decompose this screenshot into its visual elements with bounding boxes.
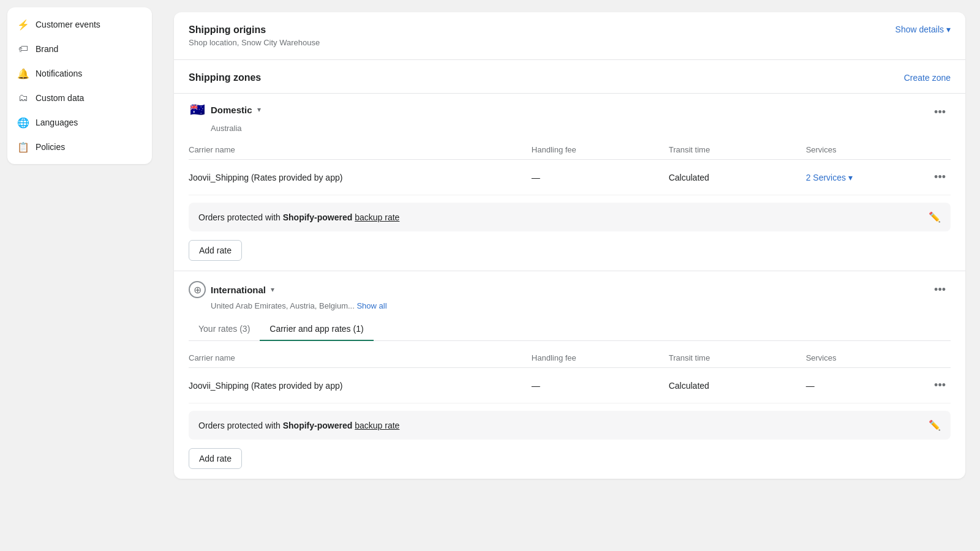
- zone-subtitle-international: United Arab Emirates, Austria, Belgium..…: [211, 301, 951, 310]
- handling-fee-cell: —: [532, 160, 669, 195]
- zone-title-row-domestic: 🇦🇺 Domestic ▾ •••: [189, 103, 951, 121]
- services-dropdown-link[interactable]: 2 Services ▾: [806, 173, 913, 182]
- languages-icon: 🌐: [17, 116, 29, 129]
- services-cell: —: [806, 368, 913, 403]
- table-header-row: Carrier name Handling fee Transit time S…: [189, 348, 951, 368]
- col-header-transit-time: Transit time: [669, 348, 806, 368]
- sidebar-label-languages: Languages: [36, 118, 78, 127]
- sidebar-label-notifications: Notifications: [36, 69, 82, 78]
- main-content: Shipping origins Shop location, Snow Cit…: [159, 0, 980, 551]
- zone-section-international: ⊕ International ▾ ••• United Arab Emirat…: [174, 271, 965, 479]
- globe-icon: ⊕: [189, 281, 206, 298]
- backup-edit-icon-international[interactable]: ✏️: [929, 419, 941, 431]
- sidebar-item-languages[interactable]: 🌐 Languages: [7, 110, 152, 135]
- policies-icon: 📋: [17, 141, 29, 153]
- sidebar-label-brand: Brand: [36, 44, 58, 54]
- backup-rate-link-international[interactable]: backup rate: [355, 421, 399, 430]
- col-header-actions: [913, 348, 951, 368]
- sidebar-item-custom-data[interactable]: 🗂 Custom data: [7, 86, 152, 110]
- origins-title: Shipping origins: [189, 24, 320, 36]
- backup-notice-international: Orders protected with Shopify-powered ba…: [189, 411, 951, 440]
- zone-more-button-domestic[interactable]: •••: [929, 103, 951, 121]
- zone-title-row-international: ⊕ International ▾ •••: [189, 281, 951, 299]
- carrier-name-cell: Joovii_Shipping (Rates provided by app): [189, 368, 532, 403]
- col-header-handling-fee: Handling fee: [532, 140, 669, 160]
- sidebar-label-customer-events: Customer events: [36, 20, 100, 29]
- zone-name-area-international: ⊕ International ▾: [189, 281, 274, 298]
- rate-more-button-0-0[interactable]: •••: [929, 168, 951, 186]
- backup-edit-icon-domestic[interactable]: ✏️: [929, 211, 941, 223]
- sidebar-label-policies: Policies: [36, 142, 65, 152]
- show-details-button[interactable]: Show details ▾: [895, 24, 951, 34]
- col-header-services: Services: [806, 140, 913, 160]
- sidebar-item-notifications[interactable]: 🔔 Notifications: [7, 61, 152, 86]
- notifications-icon: 🔔: [17, 67, 29, 80]
- tab-carrier-app-rates[interactable]: Carrier and app rates (1): [260, 318, 373, 341]
- sidebar-item-brand[interactable]: 🏷 Brand: [7, 37, 152, 61]
- zone-section-domestic: 🇦🇺 Domestic ▾ ••• Australia Carrier name…: [174, 93, 965, 271]
- brand-icon: 🏷: [17, 43, 29, 55]
- rate-table-international: Carrier name Handling fee Transit time S…: [189, 348, 951, 403]
- zone-chevron-icon-domestic: ▾: [257, 105, 261, 114]
- services-value: —: [806, 381, 815, 391]
- zones-title: Shipping zones: [189, 72, 261, 83]
- rate-row-0-0: Joovii_Shipping (Rates provided by app) …: [189, 160, 951, 195]
- rate-actions-cell: •••: [913, 368, 951, 403]
- origins-subtitle: Shop location, Snow City Warehouse: [189, 38, 320, 47]
- col-header-services: Services: [806, 348, 913, 368]
- col-header-actions: [913, 140, 951, 160]
- col-header-transit-time: Transit time: [669, 140, 806, 160]
- rate-row-1-0: Joovii_Shipping (Rates provided by app) …: [189, 368, 951, 403]
- transit-time-cell: Calculated: [669, 160, 806, 195]
- zone-name-domestic: Domestic: [211, 105, 252, 115]
- col-header-carrier-name: Carrier name: [189, 348, 532, 368]
- add-rate-button-international[interactable]: Add rate: [189, 448, 242, 469]
- custom-data-icon: 🗂: [17, 92, 29, 104]
- transit-time-cell: Calculated: [669, 368, 806, 403]
- sidebar-item-customer-events[interactable]: ⚡ Customer events: [7, 12, 152, 37]
- origins-header: Shipping origins Shop location, Snow Cit…: [174, 12, 965, 60]
- zones-header: Shipping zones Create zone: [174, 60, 965, 93]
- backup-notice-domestic: Orders protected with Shopify-powered ba…: [189, 203, 951, 231]
- shipping-origins-card: Shipping origins Shop location, Snow Cit…: [174, 12, 965, 479]
- tab-your-rates[interactable]: Your rates (3): [189, 318, 260, 341]
- customer-events-icon: ⚡: [17, 18, 29, 31]
- rate-actions-cell: •••: [913, 160, 951, 195]
- carrier-name-cell: Joovii_Shipping (Rates provided by app): [189, 160, 532, 195]
- handling-fee-cell: —: [532, 368, 669, 403]
- backup-notice-text-international: Orders protected with Shopify-powered ba…: [198, 421, 399, 430]
- tabs-row-international: Your rates (3)Carrier and app rates (1): [189, 318, 951, 341]
- table-header-row: Carrier name Handling fee Transit time S…: [189, 140, 951, 160]
- zone-more-button-international[interactable]: •••: [929, 281, 951, 299]
- show-all-link[interactable]: Show all: [356, 301, 386, 310]
- show-details-label: Show details: [895, 24, 944, 34]
- zone-name-international: International: [211, 285, 266, 295]
- sidebar-card: ⚡ Customer events 🏷 Brand 🔔 Notification…: [7, 7, 152, 164]
- backup-notice-text-domestic: Orders protected with Shopify-powered ba…: [198, 212, 399, 222]
- zone-name-area-domestic: 🇦🇺 Domestic ▾: [189, 103, 261, 116]
- sidebar-item-policies[interactable]: 📋 Policies: [7, 135, 152, 159]
- col-header-carrier-name: Carrier name: [189, 140, 532, 160]
- create-zone-button[interactable]: Create zone: [904, 73, 951, 83]
- chevron-down-icon: ▾: [946, 24, 951, 34]
- col-header-handling-fee: Handling fee: [532, 348, 669, 368]
- sidebar: ⚡ Customer events 🏷 Brand 🔔 Notification…: [0, 0, 159, 551]
- add-rate-button-domestic[interactable]: Add rate: [189, 240, 242, 261]
- origins-info: Shipping origins Shop location, Snow Cit…: [189, 24, 320, 47]
- services-cell: 2 Services ▾: [806, 160, 913, 195]
- rate-more-button-1-0[interactable]: •••: [929, 377, 951, 394]
- rate-table-domestic: Carrier name Handling fee Transit time S…: [189, 140, 951, 195]
- sidebar-label-custom-data: Custom data: [36, 93, 84, 103]
- flag-icon: 🇦🇺: [189, 103, 206, 116]
- zone-chevron-icon-international: ▾: [271, 285, 274, 294]
- zone-subtitle-domestic: Australia: [211, 124, 951, 133]
- backup-rate-link-domestic[interactable]: backup rate: [355, 212, 399, 222]
